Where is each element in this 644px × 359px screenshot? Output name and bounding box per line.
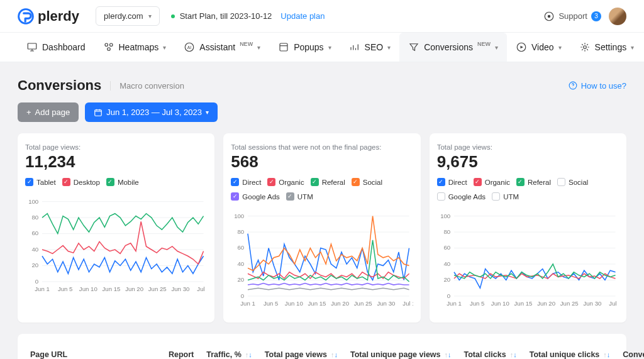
checkbox-icon: [492, 192, 500, 201]
line-chart: 020406080100Jun 1Jun 5Jun 10Jun 15Jun 20…: [231, 204, 413, 318]
svg-point-11: [583, 46, 586, 49]
heatmap-icon: [103, 41, 114, 53]
th-label: Conversion↑↓: [623, 350, 644, 359]
sort-icon: ↑↓: [245, 351, 252, 358]
legend-item[interactable]: UTM: [286, 192, 313, 201]
legend-item[interactable]: Referal: [516, 178, 551, 186]
table-header: Report: [162, 345, 200, 359]
legend-item[interactable]: UTM: [492, 192, 519, 201]
legend-item[interactable]: Social: [352, 178, 382, 186]
svg-text:40: 40: [31, 246, 38, 253]
legend-item[interactable]: Google Ads: [231, 192, 279, 201]
update-plan-link[interactable]: Update plan: [280, 11, 325, 21]
checkbox-icon: [286, 192, 294, 201]
svg-text:0: 0: [447, 292, 450, 299]
svg-text:100: 100: [234, 213, 244, 219]
nav-item-dashboard[interactable]: Dashboard: [18, 33, 94, 62]
svg-text:0: 0: [241, 292, 244, 299]
chart-series: [42, 221, 204, 264]
nav-item-video[interactable]: Video▾: [507, 33, 570, 62]
table-header[interactable]: Traffic, %↑↓▢ / ▢ / ▢: [200, 345, 258, 359]
nav-label: Heatmaps: [119, 42, 159, 52]
sort-icon: ↑↓: [445, 351, 452, 358]
nav-badge: NEW: [477, 41, 491, 47]
chevron-down-icon: ▾: [163, 44, 166, 51]
card-value: 11,234: [25, 152, 207, 172]
legend-item[interactable]: Organic: [267, 178, 304, 186]
monitor-icon: [26, 41, 38, 53]
legend-item[interactable]: Referal: [311, 178, 345, 186]
svg-text:Jul 1: Jul 1: [609, 300, 619, 307]
legend-item[interactable]: Direct: [231, 178, 261, 186]
chart-series: [248, 284, 409, 285]
gear-icon: [579, 41, 591, 53]
chart-series: [42, 256, 204, 273]
checkbox-icon: [231, 192, 239, 201]
add-page-button[interactable]: + Add page: [18, 102, 79, 122]
nav-item-settings[interactable]: Settings▾: [570, 33, 643, 62]
chevron-down-icon: ▾: [387, 44, 391, 51]
nav-item-assistant[interactable]: AIAssistantNEW▾: [175, 33, 269, 62]
table-header[interactable]: Total unique page views↑↓: [344, 345, 458, 359]
legend-label: Social: [569, 179, 588, 186]
logo[interactable]: plerdy: [18, 8, 79, 25]
nav-item-popups[interactable]: Popups▾: [269, 33, 340, 62]
legend-item[interactable]: Social: [557, 178, 588, 186]
svg-text:80: 80: [31, 214, 38, 221]
legend-item[interactable]: Mobile: [106, 178, 139, 186]
nav-label: SEO: [365, 42, 384, 52]
checkbox-icon: [437, 192, 445, 201]
table-header[interactable]: Total page views↑↓: [258, 345, 344, 359]
legend-item[interactable]: Desktop: [62, 178, 100, 186]
video-icon: [516, 41, 527, 53]
svg-text:Jun 25: Jun 25: [560, 300, 578, 307]
svg-text:Jun 10: Jun 10: [285, 300, 303, 307]
legend-item[interactable]: Organic: [474, 178, 510, 186]
page-subtitle: Macro conversion: [110, 81, 184, 91]
svg-point-2: [548, 14, 551, 18]
nav-item-seo[interactable]: SEO▾: [340, 33, 400, 62]
svg-text:Jun 25: Jun 25: [148, 285, 167, 292]
table-header[interactable]: Total clicks↑↓: [458, 345, 523, 359]
chart-legend: TabletDesktopMobile: [25, 178, 207, 186]
date-range-button[interactable]: Jun 1, 2023 — Jul 3, 2023 ▾: [85, 102, 218, 122]
table-header[interactable]: Conversion↑↓: [616, 345, 644, 359]
svg-text:60: 60: [31, 229, 38, 236]
svg-text:Jun 1: Jun 1: [241, 300, 256, 307]
legend-item[interactable]: Google Ads: [437, 192, 486, 201]
legend-label: Google Ads: [448, 193, 486, 201]
conversions-table: Page URLReportTraffic, %↑↓▢ / ▢ / ▢Total…: [24, 345, 644, 359]
metric-card: Total sessions that were not on the fina…: [223, 133, 420, 323]
card-label: Total page views:: [437, 143, 619, 151]
svg-text:0: 0: [35, 278, 38, 285]
svg-text:Jun 25: Jun 25: [354, 300, 372, 307]
legend-label: UTM: [297, 193, 313, 201]
legend-item[interactable]: Tablet: [25, 178, 56, 186]
nav-label: Popups: [294, 42, 323, 52]
nav-item-heatmaps[interactable]: Heatmaps▾: [94, 33, 175, 62]
svg-text:Jun 15: Jun 15: [102, 285, 120, 292]
user-avatar[interactable]: [609, 8, 626, 25]
svg-rect-14: [95, 109, 102, 115]
how-to-use-link[interactable]: How to use?: [569, 81, 626, 91]
svg-text:Jun 30: Jun 30: [377, 300, 396, 307]
site-selector[interactable]: plerdy.com ▾: [96, 6, 160, 26]
chart-series: [454, 269, 616, 289]
chevron-down-icon: ▾: [558, 44, 562, 51]
support-count-badge: 3: [591, 11, 601, 21]
checkbox-icon: [62, 178, 70, 186]
table-header[interactable]: Total unique clicks↑↓: [523, 345, 617, 359]
legend-item[interactable]: Direct: [437, 178, 467, 186]
nav-label: Settings: [595, 42, 627, 52]
th-label: Total unique page views↑↓: [350, 350, 452, 359]
plan-text: Start Plan, till 2023-10-12: [180, 11, 272, 21]
card-value: 9,675: [437, 152, 619, 172]
svg-text:100: 100: [440, 213, 450, 219]
support-link[interactable]: Support 3: [543, 11, 601, 22]
sort-icon: ↑↓: [603, 351, 610, 358]
svg-point-6: [107, 48, 110, 51]
popup-icon: [278, 41, 289, 53]
th-label: Report: [169, 350, 194, 359]
svg-text:Jun 1: Jun 1: [35, 285, 50, 292]
nav-item-conversions[interactable]: ConversionsNEW▾: [399, 33, 507, 62]
